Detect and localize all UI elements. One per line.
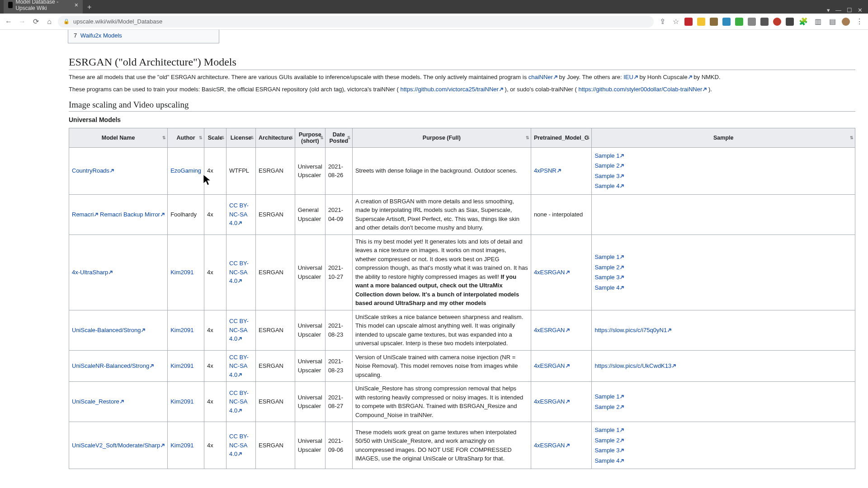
- cell-author: EzoGaming: [168, 147, 204, 194]
- cell-sample: Sample 1Sample 2Sample 3Sample 4: [592, 235, 855, 310]
- ieu-link[interactable]: IEU: [623, 74, 638, 80]
- sample-link[interactable]: Sample 3: [594, 172, 852, 181]
- model-link[interactable]: UniScaleNR-Balanced/Strong: [72, 362, 154, 369]
- pretrained-link[interactable]: 4xESRGAN: [534, 362, 570, 369]
- ext-icon-4[interactable]: [722, 18, 731, 26]
- tab-close-icon[interactable]: ×: [75, 1, 78, 9]
- table-row: UniScale-Balanced/StrongKim20914xCC BY-N…: [69, 310, 855, 350]
- url-field[interactable]: 🔒 upscale.wiki/wiki/Model_Database: [58, 16, 654, 28]
- pretrained-link[interactable]: 4xPSNR: [534, 167, 561, 174]
- cell-license: CC BY-NC-SA 4.0: [226, 235, 256, 310]
- cell-architecture: ESRGAN: [256, 235, 295, 310]
- license-link[interactable]: CC BY-NC-SA 4.0: [229, 433, 249, 457]
- th-model-name[interactable]: Model Name: [69, 128, 168, 147]
- cell-model-name: UniScaleNR-Balanced/Strong: [69, 350, 168, 382]
- author-link[interactable]: Kim2091: [170, 269, 193, 276]
- home-button[interactable]: ⌂: [44, 17, 54, 27]
- ext-puzzle-icon[interactable]: 🧩: [798, 17, 808, 27]
- cell-architecture: ESRGAN: [256, 310, 295, 350]
- ext-icon-3[interactable]: [710, 18, 718, 26]
- model-link[interactable]: 4x-UltraSharp: [72, 269, 113, 276]
- kebab-menu-icon[interactable]: ⋮: [854, 17, 864, 27]
- sample-link[interactable]: Sample 4: [594, 182, 852, 191]
- sample-link[interactable]: Sample 3: [594, 273, 852, 282]
- model-link[interactable]: UniScaleV2_Soft/Moderate/Sharp: [72, 442, 165, 449]
- sample-link[interactable]: Sample 1: [594, 253, 852, 262]
- sample-link[interactable]: Sample 2: [594, 263, 852, 272]
- sample-link[interactable]: https://slow.pics/c/UkCwdK13: [594, 361, 852, 371]
- maximize-icon[interactable]: ☐: [847, 7, 852, 14]
- ext-icon-8[interactable]: [773, 18, 781, 26]
- th-sample[interactable]: Sample: [592, 128, 855, 147]
- sample-link[interactable]: https://slow.pics/c/i75q0yN1: [594, 326, 852, 335]
- pretrained-link[interactable]: 4xESRGAN: [534, 398, 570, 405]
- th-scale[interactable]: Scale: [204, 128, 226, 147]
- back-button[interactable]: ←: [4, 17, 14, 27]
- th-purpose-full[interactable]: Purpose (Full): [352, 128, 531, 147]
- ext-icon-5[interactable]: [735, 18, 743, 26]
- sample-link[interactable]: Sample 4: [594, 283, 852, 292]
- license-link[interactable]: CC BY-NC-SA 4.0: [229, 318, 249, 342]
- reading-icon[interactable]: ▤: [827, 17, 837, 27]
- ext-icon-1[interactable]: [684, 18, 693, 26]
- pretrained-link[interactable]: 4xESRGAN: [534, 442, 570, 449]
- cell-architecture: ESRGAN: [256, 147, 295, 194]
- reload-button[interactable]: ⟳: [31, 17, 41, 27]
- ext-icon-9[interactable]: [786, 18, 794, 26]
- browser-tab[interactable]: Model Database - Upscale Wiki ×: [4, 0, 83, 14]
- colab-link[interactable]: https://github.com/styler00dollar/Colab-…: [578, 86, 707, 93]
- sidepanel-icon[interactable]: ▥: [813, 17, 823, 27]
- author-link[interactable]: Kim2091: [170, 398, 193, 405]
- th-architecture[interactable]: Architecture: [256, 128, 295, 147]
- forward-button[interactable]: →: [17, 17, 27, 27]
- sample-link[interactable]: Sample 1: [594, 392, 852, 401]
- model-link[interactable]: UniScale-Balanced/Strong: [72, 327, 145, 333]
- ext-icon-6[interactable]: [748, 18, 756, 26]
- cell-author: Foolhardy: [168, 194, 204, 235]
- author-link[interactable]: EzoGaming: [170, 167, 201, 174]
- close-window-icon[interactable]: ✕: [858, 7, 863, 14]
- new-tab-button[interactable]: +: [83, 1, 96, 14]
- star-icon[interactable]: ☆: [671, 17, 681, 27]
- th-purpose-short[interactable]: Purpose (short): [295, 128, 325, 147]
- author-link[interactable]: Kim2091: [170, 442, 193, 449]
- th-license[interactable]: License: [226, 128, 256, 147]
- url-text: upscale.wiki/wiki/Model_Database: [73, 18, 162, 25]
- ext-icon-7[interactable]: [760, 18, 769, 26]
- sample-link[interactable]: Sample 1: [594, 151, 852, 160]
- sample-link[interactable]: Sample 2: [594, 436, 852, 445]
- license-link[interactable]: CC BY-NC-SA 4.0: [229, 260, 249, 284]
- trainner-link[interactable]: https://github.com/victorca25/traiNNer: [400, 86, 503, 93]
- th-pretrained[interactable]: Pretrained_Model_G: [531, 128, 592, 147]
- profile-avatar[interactable]: [842, 18, 850, 26]
- sample-link[interactable]: Sample 3: [594, 446, 852, 455]
- sample-link[interactable]: Sample 1: [594, 426, 852, 435]
- cell-architecture: ESRGAN: [256, 382, 295, 422]
- pretrained-link[interactable]: 4xESRGAN: [534, 269, 570, 276]
- author-link[interactable]: Kim2091: [170, 327, 193, 333]
- author-link[interactable]: Kim2091: [170, 362, 193, 369]
- more-icon[interactable]: ▾: [827, 7, 830, 14]
- cell-author: Kim2091: [168, 350, 204, 382]
- chainner-link[interactable]: chaiNNer: [528, 74, 557, 80]
- sample-link[interactable]: Sample 2: [594, 161, 852, 170]
- ext-icon-2[interactable]: [697, 18, 705, 26]
- cell-sample: [592, 194, 855, 235]
- minimize-icon[interactable]: —: [835, 7, 841, 14]
- sample-link[interactable]: Sample 2: [594, 403, 852, 412]
- extensions: 🧩 ▥ ▤ ⋮: [684, 17, 864, 27]
- pretrained-link[interactable]: 4xESRGAN: [534, 327, 570, 333]
- model-link[interactable]: CountryRoads: [72, 167, 114, 174]
- sample-link[interactable]: Sample 4: [594, 456, 852, 465]
- th-author[interactable]: Author: [168, 128, 204, 147]
- license-link[interactable]: CC BY-NC-SA 4.0: [229, 389, 249, 414]
- toc-item[interactable]: 7 Waifu2x Models: [74, 32, 213, 39]
- toc-link[interactable]: Waifu2x Models: [80, 32, 122, 39]
- license-link[interactable]: CC BY-NC-SA 4.0: [229, 202, 249, 226]
- model-link[interactable]: Remacri: [72, 211, 98, 218]
- share-icon[interactable]: ⇪: [657, 17, 667, 27]
- license-link[interactable]: CC BY-NC-SA 4.0: [229, 354, 249, 378]
- model-link[interactable]: Remacri Backup Mirror: [100, 211, 165, 218]
- th-date-posted[interactable]: Date Posted: [325, 128, 352, 147]
- model-link[interactable]: UniScale_Restore: [72, 398, 124, 405]
